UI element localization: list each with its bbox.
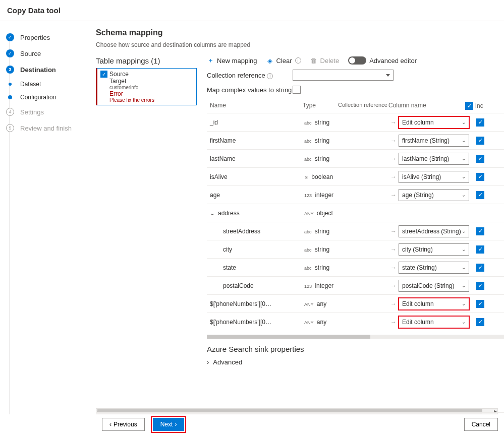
checkbox-icon[interactable]: ✓ bbox=[465, 102, 473, 110]
type-prefix: abc bbox=[303, 120, 313, 126]
type-prefix: 123 bbox=[303, 284, 313, 289]
column-name-select[interactable]: Edit column⌄ bbox=[399, 298, 469, 310]
step-settings[interactable]: 4Settings bbox=[0, 104, 96, 120]
chevron-down-icon: ⌄ bbox=[462, 174, 466, 179]
chevron-down-icon: ⌄ bbox=[462, 138, 466, 143]
field-name: state bbox=[223, 264, 236, 271]
field-name: lastName bbox=[210, 155, 236, 162]
column-name-select[interactable]: Edit column⌄ bbox=[399, 116, 469, 129]
table-row: cityabc string→city (String)⌄✓ bbox=[207, 240, 504, 258]
include-checkbox[interactable]: ✓ bbox=[476, 300, 484, 308]
include-checkbox[interactable]: ✓ bbox=[476, 264, 484, 272]
new-mapping-button[interactable]: ＋New mapping bbox=[207, 57, 257, 65]
column-name-select[interactable]: Edit column⌄ bbox=[399, 316, 469, 328]
column-name-select[interactable]: city (String)⌄ bbox=[399, 243, 469, 256]
field-type: any bbox=[317, 319, 326, 326]
chevron-down-icon: ⌄ bbox=[462, 192, 466, 198]
arrow-right-icon: → bbox=[388, 319, 399, 326]
arrow-right-icon: → bbox=[388, 155, 399, 162]
field-name: $['phoneNumbers'][0… bbox=[210, 319, 271, 326]
substep-configuration[interactable]: Configuration bbox=[0, 91, 96, 104]
table-row: $['phoneNumbers'][0…ANY any→Edit column⌄… bbox=[207, 294, 504, 313]
chevron-down-icon: ⌄ bbox=[462, 156, 466, 161]
include-checkbox[interactable]: ✓ bbox=[476, 173, 484, 181]
include-checkbox[interactable]: ✓ bbox=[476, 227, 484, 235]
chevron-down-icon: ⌄ bbox=[462, 301, 466, 306]
step-number-icon: 3 bbox=[6, 66, 14, 74]
eraser-icon: ◈ bbox=[266, 57, 273, 64]
step-source[interactable]: Source bbox=[0, 45, 96, 61]
advanced-toggle[interactable]: ›Advanced bbox=[207, 358, 504, 366]
type-prefix: abc bbox=[303, 157, 313, 162]
field-name: _id bbox=[210, 119, 218, 126]
column-name-select[interactable]: isAlive (String)⌄ bbox=[399, 171, 469, 183]
collection-reference-label: Collection reference i bbox=[207, 72, 293, 79]
type-prefix: ANY bbox=[303, 320, 315, 325]
column-name-select[interactable]: state (String)⌄ bbox=[399, 262, 469, 274]
table-row: isAlive⤭ boolean→isAlive (String)⌄✓ bbox=[207, 167, 504, 185]
delete-button[interactable]: 🗑Delete bbox=[310, 57, 340, 65]
field-name: address bbox=[218, 210, 240, 217]
include-checkbox[interactable]: ✓ bbox=[476, 137, 484, 145]
check-icon bbox=[6, 49, 14, 57]
step-properties[interactable]: Properties bbox=[0, 29, 96, 45]
table-row: age123 integer→age (String)⌄✓ bbox=[207, 185, 504, 204]
chevron-down-icon[interactable]: ⌄ bbox=[210, 210, 215, 217]
include-checkbox[interactable]: ✓ bbox=[476, 191, 484, 199]
plus-icon: ＋ bbox=[207, 57, 214, 64]
checkbox-icon[interactable]: ✓ bbox=[100, 71, 107, 78]
collection-reference-select[interactable] bbox=[293, 70, 394, 81]
trash-icon: 🗑 bbox=[310, 57, 317, 64]
source-box[interactable]: ✓Source Target customerinfo Error Please… bbox=[96, 68, 197, 105]
chevron-left-icon: ‹ bbox=[109, 421, 111, 428]
table-mappings-title: Table mappings (1) bbox=[96, 56, 197, 65]
field-type: string bbox=[315, 137, 329, 144]
table-row: postalCode123 integer→postalCode (String… bbox=[207, 276, 504, 294]
col-header-type: Type bbox=[303, 102, 338, 110]
type-prefix: ⤭ bbox=[303, 175, 310, 180]
arrow-right-icon: → bbox=[388, 173, 399, 180]
sink-title: Azure Search sink properties bbox=[207, 345, 504, 353]
clear-button[interactable]: ◈Cleari bbox=[266, 57, 301, 65]
substep-dataset[interactable]: Dataset bbox=[0, 78, 96, 91]
step-review[interactable]: 5Review and finish bbox=[0, 120, 96, 136]
main-content: Schema mapping Choose how source and des… bbox=[96, 21, 504, 414]
chevron-down-icon: ⌄ bbox=[462, 246, 466, 252]
cancel-button[interactable]: Cancel bbox=[464, 418, 498, 431]
table-row: $['phoneNumbers'][0…ANY any→Edit column⌄… bbox=[207, 313, 504, 331]
arrow-right-icon: → bbox=[388, 264, 399, 271]
column-name-select[interactable]: streetAddress (String)⌄ bbox=[399, 225, 469, 237]
field-type: string bbox=[315, 228, 329, 235]
field-type: any bbox=[317, 300, 326, 307]
chevron-down-icon: ⌄ bbox=[462, 265, 466, 270]
include-checkbox[interactable]: ✓ bbox=[476, 155, 484, 163]
include-checkbox[interactable]: ✓ bbox=[476, 282, 484, 290]
wizard-footer: ‹Previous Next› Cancel bbox=[96, 412, 504, 436]
field-type: integer bbox=[315, 282, 333, 289]
map-complex-label: Map complex values to string bbox=[207, 86, 293, 94]
step-number-icon: 4 bbox=[6, 108, 14, 116]
include-checkbox[interactable]: ✓ bbox=[476, 318, 484, 326]
map-complex-checkbox[interactable] bbox=[293, 86, 301, 94]
field-type: string bbox=[315, 246, 329, 253]
schema-table: Name Type Collection reference Column na… bbox=[207, 99, 504, 331]
column-name-select[interactable]: lastName (String)⌄ bbox=[399, 153, 469, 165]
column-name-select[interactable]: postalCode (String)⌄ bbox=[399, 280, 469, 292]
field-type: string bbox=[315, 155, 329, 162]
col-header-name: Name bbox=[207, 102, 303, 110]
chevron-right-icon: › bbox=[175, 421, 177, 428]
table-scrollbar[interactable] bbox=[207, 335, 504, 339]
column-name-select[interactable]: age (String)⌄ bbox=[399, 189, 469, 201]
step-destination[interactable]: 3Destination bbox=[0, 61, 96, 78]
app-header: Copy Data tool bbox=[0, 0, 504, 21]
next-button[interactable]: Next› bbox=[153, 418, 185, 431]
field-name: age bbox=[210, 192, 220, 199]
include-checkbox[interactable]: ✓ bbox=[476, 245, 484, 254]
previous-button[interactable]: ‹Previous bbox=[102, 418, 145, 431]
column-name-select[interactable]: firstName (String)⌄ bbox=[399, 135, 469, 147]
advanced-editor-toggle[interactable]: Advanced editor bbox=[348, 56, 417, 65]
field-name: city bbox=[223, 246, 232, 253]
include-checkbox[interactable]: ✓ bbox=[476, 118, 484, 127]
table-row: _idabc string→Edit column⌄✓ bbox=[207, 113, 504, 131]
arrow-right-icon: → bbox=[388, 137, 399, 144]
